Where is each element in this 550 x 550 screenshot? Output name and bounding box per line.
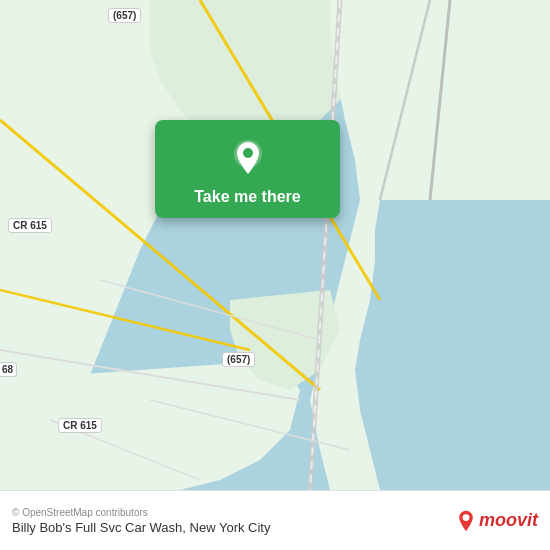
moovit-pin-icon	[457, 510, 475, 532]
copyright-text: © OpenStreetMap contributors	[12, 507, 262, 518]
svg-marker-7	[355, 200, 550, 490]
moovit-wordmark: moovit	[479, 510, 538, 531]
road-label-68: 68	[0, 362, 17, 377]
business-info: © OpenStreetMap contributors Billy Bob's…	[12, 507, 538, 535]
map-svg	[0, 0, 550, 490]
road-label-cr615-bl: CR 615	[58, 418, 102, 433]
svg-point-21	[463, 514, 470, 521]
map-container: (657) US 9 CR 601 GSP CR 601 CR 615 GSP …	[0, 0, 550, 490]
road-label-657-top: (657)	[108, 8, 141, 23]
location-pin-icon	[226, 136, 270, 180]
take-me-there-label: Take me there	[194, 188, 300, 206]
moovit-logo: moovit	[457, 510, 538, 532]
svg-point-20	[243, 148, 253, 158]
road-label-657-bottom: (657)	[222, 352, 255, 367]
take-me-there-card[interactable]: Take me there	[155, 120, 340, 218]
business-name: Billy Bob's Full Svc Car Wash, New York …	[12, 520, 270, 535]
road-label-cr615-left: CR 615	[8, 218, 52, 233]
bottom-bar: © OpenStreetMap contributors Billy Bob's…	[0, 490, 550, 550]
